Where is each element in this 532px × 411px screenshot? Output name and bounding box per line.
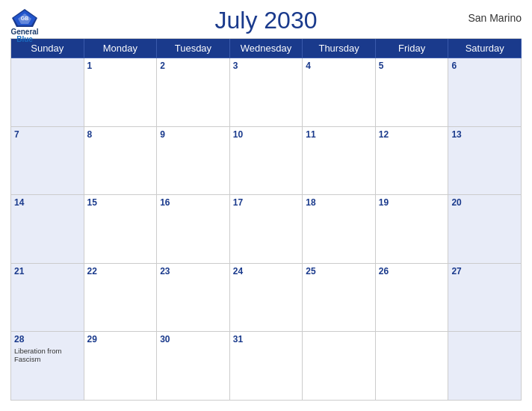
day-number: 24 — [233, 266, 300, 276]
day-number: 7 — [14, 129, 81, 140]
logo: GB General Blue — [10, 7, 39, 43]
day-cell: 1 — [84, 58, 158, 126]
day-headers: SundayMondayTuesdayWednesdayThursdayFrid… — [11, 39, 522, 58]
day-number: 13 — [451, 129, 518, 140]
day-cell: 13 — [448, 127, 522, 195]
day-cell: 3 — [230, 58, 303, 126]
day-number: 4 — [306, 61, 372, 71]
month-year-title: July 2030 — [215, 7, 318, 34]
day-cell: 10 — [230, 127, 303, 195]
day-header-tuesday: Tuesday — [157, 39, 230, 58]
logo-icon: GB — [10, 7, 39, 28]
day-number: 1 — [87, 61, 154, 71]
day-number: 15 — [87, 197, 154, 208]
day-number: 29 — [87, 334, 154, 344]
svg-text:GB: GB — [21, 16, 29, 21]
day-cell: 23 — [157, 264, 230, 332]
day-number: 18 — [306, 197, 372, 208]
day-number: 3 — [233, 61, 300, 71]
day-header-saturday: Saturday — [448, 39, 522, 58]
day-cell: 19 — [376, 195, 449, 263]
day-number: 8 — [87, 129, 154, 140]
day-number: 22 — [87, 266, 154, 276]
calendar-header: GB General Blue July 2030 San Marino — [10, 7, 522, 34]
title-block: July 2030 — [215, 7, 318, 34]
day-cell: 15 — [84, 195, 158, 263]
week-row: 123456 — [11, 58, 522, 127]
day-cell — [11, 58, 84, 126]
day-cell: 6 — [448, 58, 522, 126]
day-number: 16 — [160, 197, 226, 208]
day-cell: 30 — [157, 332, 230, 400]
day-cell: 7 — [11, 127, 84, 195]
day-number: 9 — [160, 129, 226, 140]
day-number: 31 — [233, 334, 300, 344]
day-number: 10 — [233, 129, 300, 140]
day-number: 2 — [160, 61, 226, 71]
day-number: 26 — [379, 266, 445, 276]
day-cell: 11 — [303, 127, 376, 195]
week-row: 28Liberation from Fascism293031 — [11, 332, 522, 401]
day-cell: 24 — [230, 264, 303, 332]
day-header-friday: Friday — [376, 39, 449, 58]
day-cell: 16 — [157, 195, 230, 263]
day-number: 20 — [451, 197, 518, 208]
day-cell — [448, 332, 522, 400]
week-row: 14151617181920 — [11, 195, 522, 264]
day-cell: 5 — [376, 58, 449, 126]
day-cell: 9 — [157, 127, 230, 195]
day-cell: 8 — [84, 127, 158, 195]
day-cell: 21 — [11, 264, 84, 332]
day-cell: 26 — [376, 264, 449, 332]
day-cell — [376, 332, 449, 400]
weeks: 1234567891011121314151617181920212223242… — [11, 58, 522, 401]
day-number: 23 — [160, 266, 226, 276]
week-row: 21222324252627 — [11, 264, 522, 333]
day-cell: 25 — [303, 264, 376, 332]
day-cell — [303, 332, 376, 400]
day-number: 28 — [14, 334, 81, 344]
country-name: San Marino — [468, 12, 522, 24]
day-number: 14 — [14, 197, 81, 208]
logo-blue: Blue — [16, 36, 33, 43]
day-number: 11 — [306, 129, 372, 140]
day-number: 19 — [379, 197, 445, 208]
day-number: 30 — [160, 334, 226, 344]
day-number: 25 — [306, 266, 372, 276]
day-number: 17 — [233, 197, 300, 208]
day-number: 6 — [451, 61, 518, 71]
day-cell: 20 — [448, 195, 522, 263]
day-cell: 29 — [84, 332, 158, 400]
day-cell: 12 — [376, 127, 449, 195]
calendar-grid: SundayMondayTuesdayWednesdayThursdayFrid… — [10, 38, 522, 401]
week-row: 78910111213 — [11, 127, 522, 196]
calendar-container: GB General Blue July 2030 San Marino Sun… — [0, 0, 532, 411]
day-cell: 17 — [230, 195, 303, 263]
day-cell: 4 — [303, 58, 376, 126]
day-cell: 2 — [157, 58, 230, 126]
day-number: 27 — [451, 266, 518, 276]
day-number: 5 — [379, 61, 445, 71]
day-cell: 22 — [84, 264, 158, 332]
day-header-thursday: Thursday — [303, 39, 376, 58]
day-cell: 28Liberation from Fascism — [11, 332, 84, 400]
day-cell: 18 — [303, 195, 376, 263]
day-header-wednesday: Wednesday — [230, 39, 303, 58]
day-cell: 14 — [11, 195, 84, 263]
day-number: 21 — [14, 266, 81, 276]
day-cell: 31 — [230, 332, 303, 400]
day-header-monday: Monday — [84, 39, 158, 58]
day-cell: 27 — [448, 264, 522, 332]
event-text: Liberation from Fascism — [14, 347, 81, 364]
day-number: 12 — [379, 129, 445, 140]
